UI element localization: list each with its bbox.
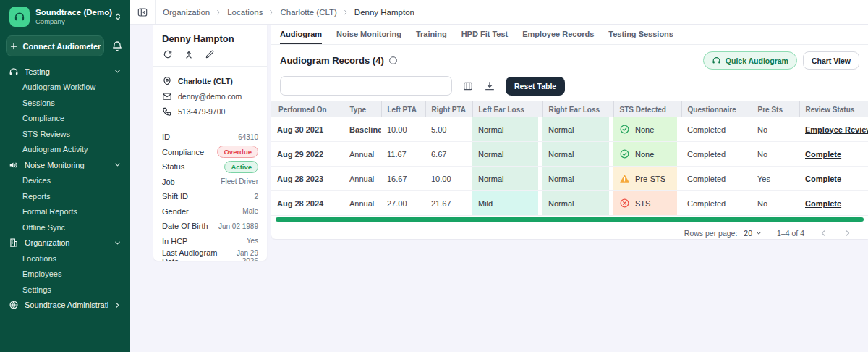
record-date-link[interactable]: Aug 29 2022 (271, 142, 344, 167)
sidebar-item-compliance[interactable]: Compliance (0, 111, 130, 127)
left-ear-loss-cell: Normal (472, 142, 542, 167)
pagination: Rows per page: 20 1–4 of 4 (271, 222, 868, 238)
edit-pencil-icon[interactable] (205, 49, 215, 59)
sidebar-item-sessions[interactable]: Sessions (0, 95, 130, 111)
tab-audiogram[interactable]: Audiogram (280, 25, 322, 44)
transfer-icon[interactable] (184, 49, 194, 59)
column-header-right-pta[interactable]: Right PTA (425, 101, 472, 117)
rows-per-page-select[interactable]: 20 (744, 229, 762, 238)
sts-detected-cell: Pre-STS (613, 167, 681, 191)
plus-icon (9, 42, 18, 51)
sidebar-collapse-icon[interactable] (130, 0, 155, 25)
rows-per-page-value: 20 (744, 229, 752, 238)
patient-field-date-of-birth: Date Of BirthJun 02 1989 (162, 219, 258, 234)
sidebar-section-organization[interactable]: Organization (0, 235, 130, 251)
column-header-type[interactable]: Type (344, 101, 381, 117)
breadcrumb-item-charlotte-clt[interactable]: Charlotte (CLT) (280, 8, 336, 17)
sidebar-item-employees[interactable]: Employees (0, 267, 130, 282)
quick-audiogram-label: Quick Audiogram (726, 56, 788, 65)
left-pta-value: 11.67 (381, 142, 425, 167)
records-search-input[interactable] (280, 76, 452, 96)
patient-field-gender: GenderMale (162, 204, 258, 219)
tab-hpd-fit-test[interactable]: HPD Fit Test (461, 25, 509, 44)
reset-table-button[interactable]: Reset Table (506, 77, 565, 96)
sidebar-item-devices[interactable]: Devices (0, 173, 130, 189)
record-date-link[interactable]: Aug 28 2024 (271, 191, 344, 216)
column-header-pre-sts[interactable]: Pre Sts (752, 101, 799, 117)
page-next-icon[interactable] (843, 229, 852, 238)
org-switcher[interactable]: Soundtrace (Demo) Company (0, 0, 130, 32)
sidebar-item-locations[interactable]: Locations (0, 251, 130, 267)
table-row: Aug 29 2022Annual11.676.67NormalNormalNo… (271, 142, 868, 167)
warning-triangle-icon (619, 173, 630, 184)
tab-testing-sessions[interactable]: Testing Sessions (608, 25, 673, 44)
org-type: Company (35, 17, 107, 25)
column-header-left-ear-loss[interactable]: Left Ear Loss (472, 101, 542, 117)
quick-audiogram-button[interactable]: Quick Audiogram (703, 51, 797, 70)
review-status-link[interactable]: Employee Review (805, 125, 868, 134)
sidebar-item-reports[interactable]: Reports (0, 188, 130, 204)
field-label: Date Of Birth (162, 222, 208, 230)
questionnaire-status: Completed (681, 191, 752, 216)
pre-sts-value: No (752, 142, 799, 167)
review-status-link[interactable]: Complete (805, 150, 841, 159)
tab-employee-records[interactable]: Employee Records (522, 25, 594, 44)
sidebar-item-settings[interactable]: Settings (0, 282, 130, 298)
review-status-link[interactable]: Complete (805, 199, 841, 208)
chevron-down-icon (114, 161, 122, 169)
bell-icon[interactable] (111, 41, 123, 52)
chart-view-button[interactable]: Chart View (803, 51, 859, 70)
record-date-link[interactable]: Aug 28 2023 (271, 167, 344, 191)
tab-noise-monitoring[interactable]: Noise Monitoring (336, 25, 401, 44)
column-header-left-pta[interactable]: Left PTA (381, 101, 425, 117)
review-status-link[interactable]: Complete (805, 175, 841, 183)
headphones-icon (9, 67, 19, 77)
refresh-icon[interactable] (163, 49, 173, 59)
download-icon[interactable] (484, 80, 495, 92)
globe-icon (9, 300, 19, 310)
chevron-down-icon (114, 239, 122, 247)
info-icon[interactable] (388, 56, 398, 65)
breadcrumb-item-denny-hampton[interactable]: Denny Hampton (354, 8, 414, 17)
column-header-review-status[interactable]: Review Status (799, 101, 868, 117)
sidebar-item-audiogram-workflow[interactable]: Audiogram Workflow (0, 80, 130, 96)
patient-name: Denny Hampton (153, 25, 267, 49)
field-label: In HCP (162, 237, 187, 246)
sidebar-item-audiogram-activity[interactable]: Audiogram Activity (0, 142, 130, 158)
chevron-updown-icon (113, 12, 123, 22)
table-row: Aug 28 2024Annual27.0021.67MildNormalSTS… (271, 191, 868, 216)
chevron-right-icon (114, 301, 122, 309)
record-date-link[interactable]: Aug 30 2021 (271, 117, 344, 142)
table-row: Aug 30 2021Baseline10.005.00NormalNormal… (271, 117, 868, 142)
breadcrumb-item-organization[interactable]: Organization (163, 8, 210, 17)
connect-audiometer-button[interactable]: Connect Audiometer (6, 35, 104, 56)
sidebar-item-formal-reports[interactable]: Formal Reports (0, 204, 130, 220)
record-type: Annual (344, 142, 381, 167)
right-ear-loss-cell: Normal (542, 191, 613, 216)
field-value: 2 (254, 193, 258, 201)
column-header-performed-on[interactable]: Performed On (271, 101, 344, 117)
sidebar-section-testing[interactable]: Testing (0, 64, 130, 80)
questionnaire-status: Completed (681, 117, 752, 142)
phone-icon (162, 106, 172, 117)
field-label: Compliance (162, 148, 204, 156)
column-header-sts-detected[interactable]: STS Detected (613, 101, 681, 117)
patient-field-in-hcp: In HCPYes (162, 234, 258, 249)
questionnaire-status: Completed (681, 167, 752, 191)
sidebar-section-soundtrace-administration[interactable]: Soundtrace Administration (0, 298, 130, 314)
records-body: Aug 30 2021Baseline10.005.00NormalNormal… (271, 117, 868, 216)
sts-detected-label: None (635, 150, 654, 159)
headphones-icon (712, 56, 721, 65)
sidebar-item-sts-reviews[interactable]: STS Reviews (0, 126, 130, 142)
location-pin-icon (162, 76, 172, 86)
field-value: Active (224, 161, 258, 173)
sts-detected-label: Pre-STS (635, 175, 665, 183)
columns-icon[interactable] (462, 80, 474, 92)
column-header-right-ear-loss[interactable]: Right Ear Loss (542, 101, 613, 117)
sidebar-section-noise-monitoring[interactable]: Noise Monitoring (0, 157, 130, 173)
tab-training[interactable]: Training (416, 25, 447, 44)
breadcrumb-item-locations[interactable]: Locations (227, 8, 263, 17)
column-header-questionnaire[interactable]: Questionnaire (681, 101, 752, 117)
page-prev-icon[interactable] (819, 229, 827, 238)
sidebar-item-offline-sync[interactable]: Offline Sync (0, 219, 130, 235)
